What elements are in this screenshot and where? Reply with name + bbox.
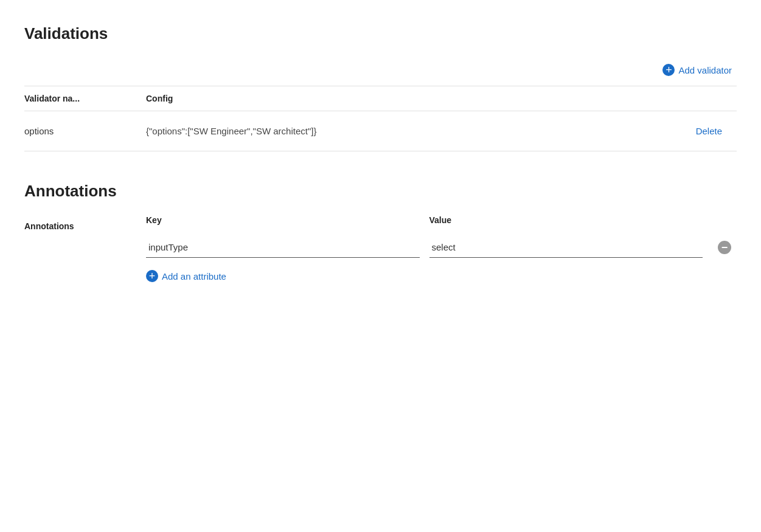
remove-annotation-button[interactable]: − (712, 238, 737, 257)
validator-name-cell: options (24, 111, 146, 151)
annotations-col-headers: Key Value (146, 215, 737, 225)
annotations-title: Annotations (24, 182, 737, 201)
add-attribute-label: Add an attribute (162, 271, 226, 282)
add-validator-plus-icon: + (662, 64, 675, 76)
annotations-section-label: Annotations (24, 215, 146, 285)
annotations-grid: Annotations Key Value − + Add an attribu… (24, 215, 737, 285)
annotations-content: Key Value − + Add an attribute (146, 215, 737, 285)
col-header-name: Validator na... (24, 86, 146, 111)
add-validator-label: Add validator (678, 65, 732, 75)
annotation-row: − (146, 237, 737, 258)
col-header-config: Config (146, 86, 617, 111)
annotation-value-input[interactable] (429, 237, 703, 258)
minus-circle-icon: − (718, 241, 731, 254)
annotation-key-input[interactable] (146, 237, 420, 258)
validations-section: Validations + Add validator Validator na… (24, 24, 737, 151)
add-attribute-button[interactable]: + Add an attribute (146, 268, 226, 285)
add-attribute-row: + Add an attribute (146, 268, 737, 285)
validations-table: Validator na... Config options {"options… (24, 86, 737, 151)
table-header-row: Validator na... Config (24, 86, 737, 111)
key-col-header: Key (146, 215, 420, 225)
add-attribute-plus-icon: + (146, 270, 158, 282)
table-row: options {"options":["SW Engineer","SW ar… (24, 111, 737, 151)
add-validator-row: + Add validator (24, 61, 737, 78)
validator-delete-col: Delete (617, 111, 737, 151)
value-col-header: Value (429, 215, 703, 225)
validations-title: Validations (24, 24, 737, 43)
annotations-section: Annotations Annotations Key Value − + Ad… (24, 182, 737, 285)
validator-config-cell: {"options":["SW Engineer","SW architect"… (146, 111, 617, 151)
delete-validator-button[interactable]: Delete (691, 123, 727, 139)
add-validator-button[interactable]: + Add validator (658, 61, 737, 78)
